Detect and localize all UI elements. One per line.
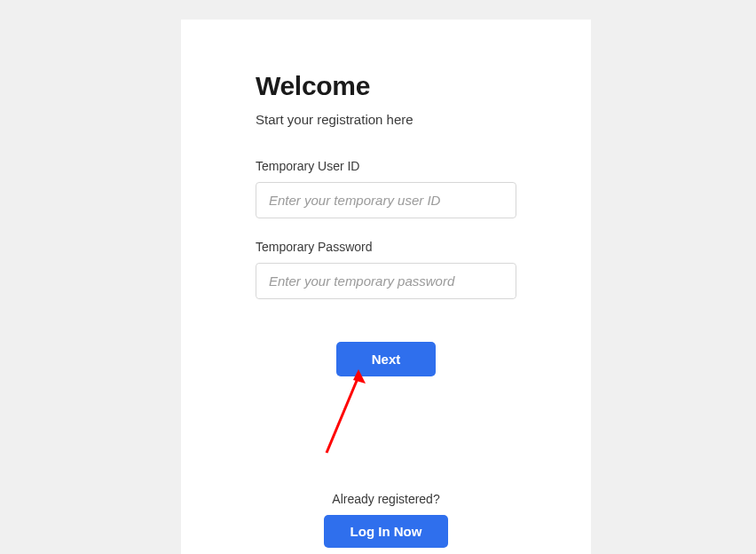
user-id-input[interactable] — [256, 182, 516, 218]
next-button[interactable]: Next — [336, 342, 437, 376]
page-heading: Welcome — [256, 71, 516, 101]
password-label: Temporary Password — [256, 240, 516, 254]
page-subheading: Start your registration here — [256, 112, 516, 127]
login-button[interactable]: Log In Now — [324, 515, 449, 548]
user-id-label: Temporary User ID — [256, 159, 516, 173]
footer: Already registered? Log In Now — [256, 492, 516, 548]
user-id-group: Temporary User ID — [256, 159, 516, 218]
footer-text: Already registered? — [256, 492, 516, 506]
password-group: Temporary Password — [256, 240, 516, 299]
next-button-wrap: Next — [256, 342, 516, 376]
registration-card: Welcome Start your registration here Tem… — [181, 20, 591, 554]
password-input[interactable] — [256, 263, 516, 299]
